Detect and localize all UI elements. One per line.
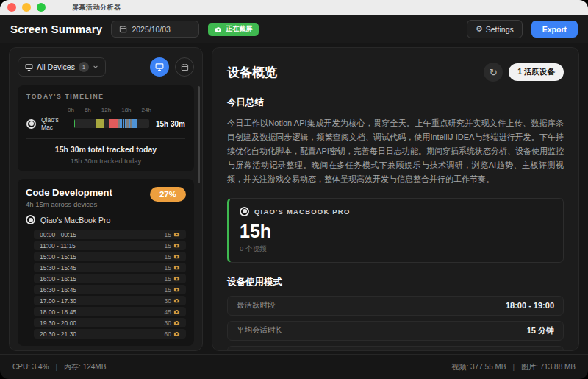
camera-icon <box>173 308 180 315</box>
window-title: 屏幕活动分析器 <box>72 3 121 13</box>
stat-row-most-active: 最活跃时段 18:00 - 19:00 <box>227 296 564 316</box>
memory-usage: 内存: 124MB <box>64 362 106 372</box>
today-timeline-card: TODAY'S TIMELINE 0h 6h 12h 18h 24h Qiao'… <box>18 85 194 171</box>
active-devices-badge: 1 活跃设备 <box>509 63 564 81</box>
timeline-total-primary: 15h 30m total tracked today <box>26 145 185 154</box>
category-card-code-development: Code Development 4h 15m across devices 2… <box>18 179 194 346</box>
settings-label: Settings <box>486 25 514 34</box>
monitor-icon <box>25 63 33 71</box>
stat-label: 最活跃时段 <box>237 300 276 311</box>
category-percent-badge: 27% <box>150 187 186 202</box>
app-window: 屏幕活动分析器 Screen Summary 2025/10/03 正在截屏 ⚙ <box>0 0 588 379</box>
timeline-bar[interactable] <box>74 119 149 128</box>
device-filter-label: All Devices <box>37 63 75 71</box>
session-row[interactable]: 17:00 - 17:30 30 <box>34 296 186 305</box>
session-time: 17:00 - 17:30 <box>40 297 76 305</box>
session-row[interactable]: 11:00 - 11:15 15 <box>34 241 186 250</box>
stat-row-total-activity: 总活动时长 15h <box>227 346 564 351</box>
session-row[interactable]: 15:30 - 15:45 15 <box>34 263 186 272</box>
minimize-window-button[interactable] <box>22 3 31 12</box>
date-picker[interactable]: 2025/10/03 <box>111 21 199 38</box>
session-time: 00:00 - 00:15 <box>40 231 76 238</box>
session-time: 20:30 - 21:30 <box>40 330 76 338</box>
export-label: Export <box>542 25 567 34</box>
recording-status-badge: 正在截屏 <box>208 23 259 36</box>
session-time: 18:00 - 18:45 <box>40 308 76 316</box>
session-row[interactable]: 20:30 - 21:30 60 <box>34 329 186 339</box>
cpu-usage: CPU: 3.4% <box>12 363 49 371</box>
separator: | <box>512 363 514 371</box>
stat-row-avg-session: 平均会话时长 15 分钟 <box>227 321 564 341</box>
device-dot-icon <box>240 207 249 216</box>
session-row[interactable]: 16:30 - 16:45 15 <box>34 285 186 294</box>
date-value: 2025/10/03 <box>132 25 171 34</box>
right-panel: 设备概览 ↻ 1 活跃设备 今日总结 今日工作以Notion API集成开发为核… <box>212 47 579 351</box>
session-time: 16:00 - 16:15 <box>40 275 76 283</box>
session-list: 00:00 - 00:15 15 11:00 - 11:15 15 15:00 … <box>34 230 186 339</box>
recording-status-label: 正在截屏 <box>226 24 252 34</box>
device-dot-icon <box>26 119 36 129</box>
device-filter-dropdown[interactable]: All Devices 1 <box>18 57 106 77</box>
axis-tick: 0h <box>68 107 74 113</box>
device-count-badge: 1 <box>79 62 89 72</box>
stat-value: 18:00 - 19:00 <box>506 301 554 310</box>
camera-icon <box>173 275 180 282</box>
camera-icon <box>173 231 180 238</box>
camera-icon <box>173 319 180 326</box>
session-row[interactable]: 19:30 - 20:00 30 <box>34 318 186 327</box>
device-card-hours: 15h <box>240 221 553 242</box>
category-subtitle: 4h 15m across devices <box>26 200 112 208</box>
device-card-name: QIAO'S MACBOOK PRO <box>254 208 350 216</box>
session-row[interactable]: 16:00 - 16:15 15 <box>34 274 186 283</box>
session-row[interactable]: 18:00 - 18:45 45 <box>34 307 186 316</box>
camera-icon <box>173 297 180 304</box>
app-header: Screen Summary 2025/10/03 正在截屏 ⚙ Setting… <box>0 15 588 43</box>
left-panel-scrollbar[interactable] <box>198 86 200 183</box>
session-count: 15 <box>165 264 171 272</box>
refresh-icon: ↻ <box>490 67 498 78</box>
session-count: 15 <box>165 231 171 238</box>
session-time: 19:30 - 20:00 <box>40 319 76 327</box>
session-count: 30 <box>165 297 171 305</box>
timeline-device-row: Qiao's Mac 15h 30m <box>26 116 185 131</box>
session-row[interactable]: 15:00 - 15:15 15 <box>34 252 186 261</box>
camera-icon <box>173 264 180 271</box>
session-time: 11:00 - 11:15 <box>40 242 76 249</box>
zoom-window-button[interactable] <box>37 3 46 12</box>
session-time: 16:30 - 16:45 <box>40 286 76 294</box>
settings-button[interactable]: ⚙ Settings <box>467 20 523 38</box>
session-time: 15:00 - 15:15 <box>40 253 76 261</box>
separator: | <box>55 363 57 371</box>
timeline-device-name: Qiao's Mac <box>41 116 69 131</box>
right-panel-header: 设备概览 ↻ 1 活跃设备 <box>227 63 564 82</box>
axis-tick: 6h <box>85 107 91 113</box>
timeline-total-secondary: 15h 30m tracked today <box>26 157 185 165</box>
timeline-duration: 15h 30m <box>154 120 185 128</box>
session-row[interactable]: 00:00 - 00:15 15 <box>34 230 186 239</box>
category-device-name: Qiao's MacBook Pro <box>40 216 110 224</box>
session-time: 15:30 - 15:45 <box>40 264 76 272</box>
refresh-button[interactable]: ↻ <box>484 63 503 82</box>
device-card-videos: 0 个视频 <box>240 244 553 254</box>
device-overview-title: 设备概览 <box>227 64 277 81</box>
calendar-view-button[interactable] <box>175 57 194 77</box>
stat-label: 平均会话时长 <box>237 325 283 336</box>
gear-icon: ⚙ <box>476 24 483 34</box>
timeline-title: TODAY'S TIMELINE <box>26 93 185 100</box>
calendar-icon <box>181 63 189 71</box>
camera-icon <box>173 330 180 337</box>
camera-icon <box>173 253 180 260</box>
export-button[interactable]: Export <box>531 21 578 38</box>
axis-tick: 18h <box>121 107 131 113</box>
session-count: 15 <box>165 253 171 261</box>
session-count: 15 <box>165 242 171 249</box>
close-window-button[interactable] <box>7 3 16 12</box>
category-device-row: Qiao's MacBook Pro <box>26 215 186 224</box>
device-card: QIAO'S MACBOOK PRO 15h 0 个视频 <box>227 198 564 263</box>
chevron-down-icon <box>93 64 98 70</box>
usage-pattern-title: 设备使用模式 <box>227 276 564 288</box>
image-storage: 图片: 713.88 MB <box>521 362 576 372</box>
screen-view-button[interactable] <box>150 57 169 77</box>
category-title: Code Development <box>26 187 112 198</box>
timeline-axis: 0h 6h 12h 18h 24h <box>68 107 151 113</box>
